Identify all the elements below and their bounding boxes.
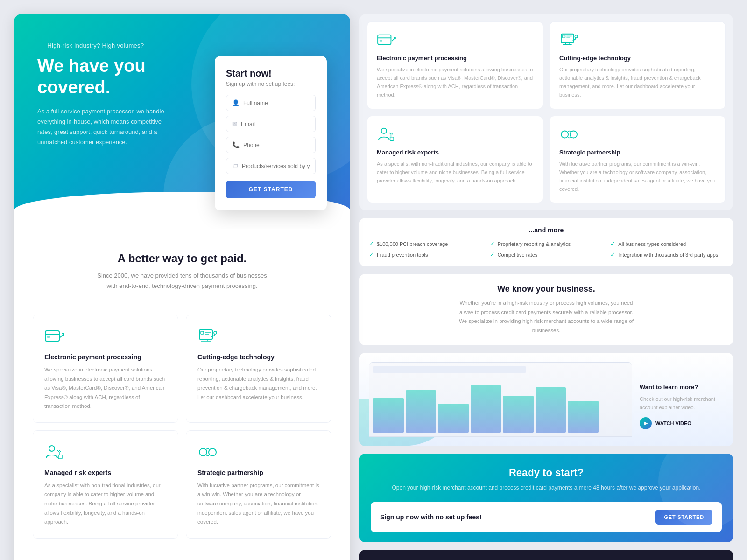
managed-risk-icon bbox=[44, 444, 65, 461]
svg-rect-0 bbox=[45, 331, 59, 341]
bullet-right-pci: ✓ $100,000 PCI breach coverage bbox=[369, 240, 482, 247]
features-grid-right: Electronic payment processing We special… bbox=[359, 14, 733, 210]
we-know-desc: Whether you're in a high-risk industry o… bbox=[458, 299, 635, 335]
feature-right-risk-title: Managed risk experts bbox=[377, 149, 533, 156]
bullet-list-right: ✓ $100,000 PCI breach coverage ✓ Proprie… bbox=[369, 240, 724, 258]
feature-card-partnership: Strategic partnership With lucrative par… bbox=[186, 430, 331, 539]
ready-get-started-button[interactable]: GET STARTED bbox=[655, 510, 712, 525]
feature-card-technology: Cutting-edge technology Our proprietary … bbox=[186, 315, 331, 423]
strategic-partnership-icon bbox=[197, 444, 218, 461]
feature-technology-title: Cutting-edge technology bbox=[197, 353, 320, 361]
svg-rect-21 bbox=[390, 137, 394, 140]
watch-video-button[interactable]: ▶ WATCH VIDEO bbox=[640, 417, 724, 429]
feature-card-right-risk: Managed risk experts As a specialist wit… bbox=[367, 116, 543, 203]
check-r5: ✓ bbox=[490, 251, 495, 258]
svg-rect-14 bbox=[380, 40, 382, 42]
fullname-input[interactable] bbox=[243, 100, 310, 106]
risk-icon-right bbox=[377, 126, 396, 142]
feature-right-electronic-desc: We specialize in electronic payment solu… bbox=[377, 65, 533, 99]
products-field-container: 🏷 bbox=[226, 158, 316, 174]
check-r6: ✓ bbox=[610, 251, 615, 258]
svg-point-11 bbox=[209, 448, 216, 456]
feature-card-right-partnership: Strategic partnership With lucrative par… bbox=[550, 116, 726, 203]
svg-point-23 bbox=[570, 131, 577, 138]
email-input[interactable] bbox=[241, 121, 310, 127]
svg-point-20 bbox=[381, 128, 387, 133]
email-field-container: ✉ bbox=[226, 116, 316, 132]
learn-more-desc: Check out our high-risk merchant account… bbox=[640, 395, 724, 412]
dashboard-preview bbox=[369, 362, 632, 437]
learn-more-section: Want to learn more? Check out our high-r… bbox=[640, 384, 724, 437]
svg-rect-9 bbox=[58, 455, 62, 459]
ready-section: Ready to start? Open your high-risk merc… bbox=[359, 454, 733, 542]
we-know-section: We know your business. Whether you're in… bbox=[359, 274, 733, 345]
svg-rect-16 bbox=[563, 35, 565, 38]
feature-risk-title: Managed risk experts bbox=[44, 469, 167, 476]
feature-right-partnership-desc: With lucrative partner programs, our com… bbox=[559, 160, 716, 194]
feature-electronic-desc: We specialize in electronic payment solu… bbox=[44, 365, 167, 411]
check-r4: ✓ bbox=[369, 251, 374, 258]
ready-desc: Open your high-risk merchant account and… bbox=[371, 483, 722, 492]
tech-icon-right bbox=[559, 32, 579, 48]
svg-rect-2 bbox=[47, 336, 50, 338]
check-r1: ✓ bbox=[369, 240, 374, 247]
features-grid-left: Electronic payment processing We special… bbox=[14, 305, 350, 557]
play-icon: ▶ bbox=[640, 417, 652, 429]
dashboard-inner bbox=[369, 363, 632, 436]
svg-rect-12 bbox=[378, 35, 391, 45]
bullet-right-reporting: ✓ Proprietary reporting & analytics bbox=[490, 240, 603, 247]
svg-point-10 bbox=[199, 448, 207, 456]
check-r3: ✓ bbox=[610, 240, 615, 247]
feature-right-electronic-title: Electronic payment processing bbox=[377, 55, 533, 62]
get-started-button[interactable]: GET STARTED bbox=[226, 181, 316, 198]
feature-right-tech-desc: Our proprietary technology provides soph… bbox=[559, 65, 716, 99]
signup-strip: Sign up now with no set up fees! GET STA… bbox=[371, 502, 722, 532]
phone-icon: 📞 bbox=[232, 141, 240, 148]
bullet-right-integration: ✓ Integration with thousands of 3rd part… bbox=[610, 251, 724, 258]
hero-title: We have you covered. bbox=[37, 56, 187, 98]
products-icon: 🏷 bbox=[232, 162, 238, 169]
feature-card-electronic: Electronic payment processing We special… bbox=[33, 315, 178, 423]
bullet-right-rates: ✓ Competitive rates bbox=[490, 251, 603, 258]
better-way-desc: Since 2000, we have provided tens of tho… bbox=[93, 271, 271, 291]
signup-strip-text: Sign up now with no set up fees! bbox=[380, 513, 482, 521]
page-container: High-risk industry? High volumes? We hav… bbox=[14, 14, 733, 560]
signup-subtitle: Sign up with no set up fees: bbox=[226, 81, 316, 87]
better-way-section: A better way to get paid. Since 2000, we… bbox=[14, 229, 350, 305]
dashboard-section: Want to learn more? Check out our high-r… bbox=[359, 353, 733, 446]
feature-right-partnership-title: Strategic partnership bbox=[559, 149, 716, 156]
and-more-title-right: ...and more bbox=[369, 226, 724, 234]
feature-partnership-title: Strategic partnership bbox=[197, 469, 320, 476]
signup-title: Start now! bbox=[226, 68, 316, 79]
feature-right-risk-desc: As a specialist with non-traditional ind… bbox=[377, 160, 533, 185]
ready-title: Ready to start? bbox=[371, 467, 722, 479]
feature-right-tech-title: Cutting-edge technology bbox=[559, 55, 716, 62]
feature-card-right-electronic: Electronic payment processing We special… bbox=[367, 21, 543, 109]
svg-point-8 bbox=[49, 446, 55, 451]
right-panel: Electronic payment processing We special… bbox=[359, 14, 733, 560]
hero-section: High-risk industry? High volumes? We hav… bbox=[14, 14, 350, 229]
and-more-section-right: ...and more ✓ $100,000 PCI breach covera… bbox=[359, 218, 733, 266]
fullname-field-container: 👤 bbox=[226, 95, 316, 111]
svg-point-22 bbox=[561, 131, 568, 138]
feature-risk-desc: As a specialist with non-traditional ind… bbox=[44, 481, 167, 527]
feature-technology-desc: Our proprietary technology provides soph… bbox=[197, 365, 320, 402]
electronic-payment-icon bbox=[44, 328, 65, 345]
phone-field-container: 📞 bbox=[226, 137, 316, 153]
user-icon: 👤 bbox=[232, 99, 240, 106]
products-input[interactable] bbox=[242, 163, 310, 169]
hero-description: As a full-service payment processor, we … bbox=[37, 106, 168, 147]
phone-input[interactable] bbox=[243, 142, 310, 148]
hero-tagline: High-risk industry? High volumes? bbox=[37, 42, 327, 49]
svg-rect-4 bbox=[201, 331, 204, 334]
feature-card-right-tech: Cutting-edge technology Our proprietary … bbox=[550, 21, 726, 109]
cutting-edge-tech-icon bbox=[197, 328, 218, 345]
footer: Our company is a registered ISO/MSP of S… bbox=[359, 550, 733, 560]
check-r2: ✓ bbox=[490, 240, 495, 247]
feature-partnership-desc: With lucrative partner programs, our com… bbox=[197, 481, 320, 527]
learn-more-title: Want to learn more? bbox=[640, 384, 724, 391]
and-more-section-left: ...and more ✓ $100,000 PCI breach covera… bbox=[14, 557, 350, 560]
feature-card-risk: Managed risk experts As a specialist wit… bbox=[33, 430, 178, 539]
signup-card: Start now! Sign up with no set up fees: … bbox=[215, 56, 327, 210]
better-way-title: A better way to get paid. bbox=[33, 252, 331, 265]
